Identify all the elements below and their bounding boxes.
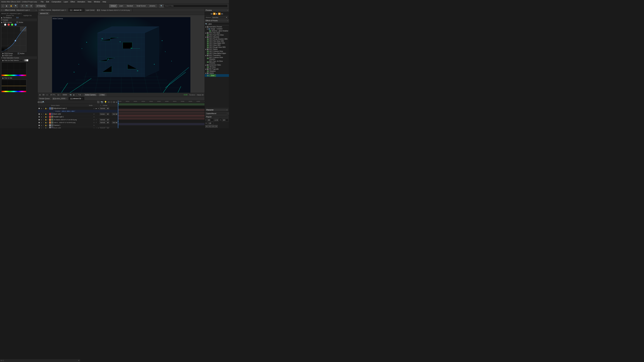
align-left-btn[interactable]: ≡ [205,125,208,128]
layer6-lock[interactable]: 🔒 [45,125,47,126]
tree-dimensi-glow[interactable]: fx Dimensi...glow+shadow [205,30,229,32]
element3d-tab[interactable]: ⬛ element 3d × [69,97,84,100]
layer2-lock[interactable]: 🔒 [45,113,47,115]
tree-bcc-glow-obs[interactable]: fx BCC Glow OBS [205,44,229,46]
viewer-cam-icon[interactable]: 📷 [69,94,72,96]
tab-layer[interactable]: Layer (none) [84,8,96,12]
tree-bcc-obsolete[interactable]: ▶ B BCC Obsolete [205,36,229,38]
layer5-mode[interactable]: Normal [100,121,110,124]
hue-sat-swatch1[interactable] [20,59,23,61]
timecode-input[interactable]: 00000 [38,101,42,103]
layer5-switch1[interactable]: ⊡ [93,122,95,123]
zoom-display[interactable]: (60.6%) [49,94,57,96]
tree-animation-presets[interactable]: ▶ A Animation Presets [205,26,229,28]
tree-starglow[interactable]: fx Starglow [205,70,229,72]
layer1-solo[interactable]: ☉ [42,108,45,109]
workspace-standard[interactable]: Standard [125,4,134,7]
tree-bcc-glow-alpha[interactable]: fx BCC Glow Alpha Edges [205,52,229,54]
layer3-audio[interactable]: ◑ [40,116,42,118]
layer1-lock[interactable]: 🔒 [45,108,47,109]
red-swatch[interactable] [8,23,10,26]
workspace-default[interactable]: Default [109,4,117,7]
layer5-trk-select[interactable]: None [112,121,118,124]
layer7-audio[interactable]: ◑ [40,127,42,128]
tree-glow[interactable]: fx Glow [205,74,229,77]
layer7-switch2[interactable]: / [95,127,97,128]
tree-bcc-film-style[interactable]: ▶ B BCC Film Style [205,32,229,34]
rgb-range-triangle[interactable]: ▶ [2,53,4,54]
layer7-mode-select[interactable]: Normal [100,127,109,128]
search-layers-btn[interactable]: 🔍 [42,101,45,103]
home-tool[interactable]: ⌂ [1,4,4,8]
viewer-3d-btn[interactable]: 3D [42,94,45,96]
search-help-input[interactable] [164,4,228,7]
rotate-tool[interactable]: ↺ [20,4,24,8]
char-va-input[interactable] [208,122,213,125]
selection-tool[interactable]: ▶ [5,4,8,8]
layer3-solo[interactable]: ☉ [42,116,45,118]
layer3-lock[interactable]: 🔒 [45,116,47,118]
layer2-audio[interactable]: ◑ [40,113,42,115]
green-swatch[interactable] [11,23,13,26]
workspace-libraries[interactable]: Libraries [148,4,157,7]
layer7-fx[interactable]: fx [97,127,100,128]
white-swatch[interactable] [4,23,6,26]
layer3-switch1[interactable]: ⊡ [93,116,95,118]
layer3-name[interactable]: Parallel Light 1 [54,116,93,118]
layer7-solo[interactable]: ☉ [42,127,45,128]
layer4-switch1[interactable]: ⊡ [93,119,95,120]
layer2-mode-select[interactable]: Screen [100,113,109,115]
effect-controls-tab[interactable]: Effect Controls [5,9,15,11]
tint-balance-triangle[interactable]: ▶ [1,17,2,18]
layer5-solo[interactable]: ☉ [42,122,45,123]
char-color-swatch2[interactable] [228,112,229,115]
layer7-lock[interactable]: 🔒 [45,127,47,128]
layer6-switch1[interactable]: ⊡ [93,125,95,126]
tint-balance-value[interactable]: 0.0 [16,17,18,18]
menu-effect[interactable]: Effect [69,0,76,3]
element3d-close[interactable]: × [82,98,82,99]
layer5-switch2[interactable]: / [95,122,97,123]
layer1-switch2[interactable]: ▶ [95,108,97,109]
layer5-vis[interactable] [38,122,40,123]
viewer-play[interactable]: ▶ [73,94,75,96]
tree-vr-glow[interactable]: fx VR Glow [205,66,229,68]
layer3-vis[interactable] [38,116,40,117]
layer6-name[interactable]: Camera 1 [54,124,93,126]
menu-composition[interactable]: Composition [50,0,62,3]
render-queue-tab[interactable]: Render Queue [38,97,52,100]
char-size-input[interactable] [207,119,214,121]
layer5-trk[interactable]: None [112,121,118,124]
tab-composition-close[interactable]: × [82,9,83,11]
menu-file[interactable]: File [40,0,45,3]
layer5-audio[interactable]: ◑ [40,122,42,123]
layer1-audio[interactable]: ◑ [40,108,42,109]
char-scale-input[interactable] [222,119,228,121]
tree-bcc-filow[interactable]: fx BCC FiLow Dissolve OBS [205,38,229,40]
tree-bcc-transitions[interactable]: ▶ B BCC Transitions [205,54,229,56]
preview-play-btn[interactable]: ▶ [216,12,218,15]
tab-footage[interactable]: ⬛ Footage JS-Classic-2020-07-17-16-39-02… [96,8,132,12]
layer6-audio[interactable]: ◑ [40,125,42,126]
layer2-switch1[interactable]: ⊡ [93,113,95,115]
layer5-lock[interactable]: 🔒 [45,122,47,123]
tab-footage-close[interactable]: × [130,9,131,11]
align-right-btn[interactable]: ≡ [212,125,214,128]
effects-search-input[interactable] [208,23,229,25]
preview-next-btn[interactable]: ⏩ [218,12,220,15]
tree-bcc-film-glow-obs[interactable]: fx BCC Film Glow OBS [205,40,229,42]
char-style-input[interactable] [205,115,228,118]
layer6-solo[interactable]: ☉ [42,125,45,126]
viewer-mask-btn[interactable]: ⬡ [46,94,48,96]
tree-bcc-rough-glow[interactable]: fx BCC Rough Glow OBS [205,46,229,48]
layer7-vis[interactable] [38,128,40,128]
curves-section-header[interactable]: ▼ Curves [1,19,37,21]
viewer-snap-btn[interactable]: ⊞ [39,94,41,96]
menu-edit[interactable]: Edit [45,0,50,3]
preview-first-btn[interactable]: ⏮ [210,12,212,15]
hue-sat-header[interactable]: ▼ Hue Saturation Curves [1,56,37,59]
tree-bcc-colorize-dissolve[interactable]: fx BCC Colorize Glow Dissolve [205,56,229,60]
layer2-solo[interactable]: ☉ [42,113,45,115]
viewer-expand[interactable]: ⬛ [58,94,59,96]
layer2-vis[interactable] [38,113,40,115]
